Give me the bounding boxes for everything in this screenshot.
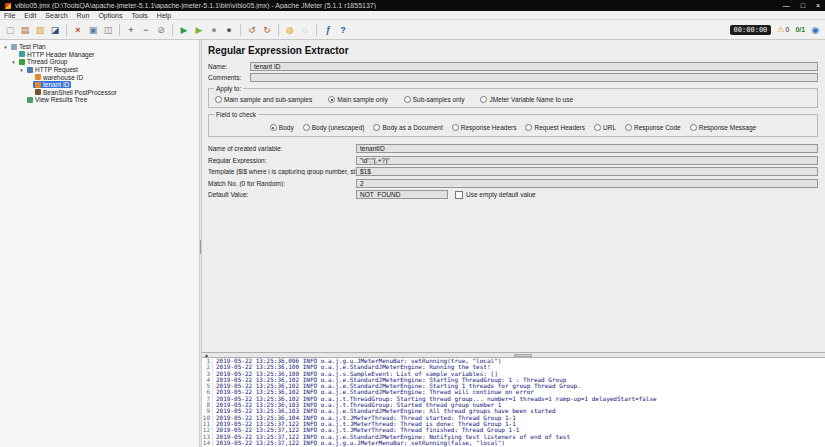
tree-item-test-plan[interactable]: Test Plan bbox=[0, 43, 199, 51]
tree-editor-split-divider[interactable] bbox=[199, 40, 202, 447]
test-plan-tree[interactable]: Test Plan HTTP Header Manager Thread Gro… bbox=[0, 40, 199, 447]
start-no-pauses-button[interactable]: ▶ bbox=[192, 23, 206, 37]
open-file-button[interactable]: ▨ bbox=[33, 23, 47, 37]
log-line: 142019-05-22 13:25:37,122 INFO o.a.j.g.u… bbox=[202, 440, 825, 446]
radio-dot-icon bbox=[373, 124, 380, 131]
tree-item-beanshell-postprocessor[interactable]: BeanShell PostProcessor bbox=[0, 89, 199, 97]
toolbar-separator bbox=[172, 24, 173, 36]
window-titlebar[interactable]: viblo05.jmx (D:\ToolsQA\apache-jmeter-5.… bbox=[0, 0, 825, 11]
http-header-manager-icon bbox=[19, 51, 25, 57]
default-value-input[interactable]: NOT_FOUND bbox=[356, 190, 448, 199]
match-no-label: Match No. (0 for Random): bbox=[208, 180, 356, 187]
log-errors-indicator[interactable]: ⚠ 0 bbox=[777, 25, 789, 34]
search-reset-button[interactable]: ◌ bbox=[298, 23, 312, 37]
radio-dot-icon bbox=[525, 124, 532, 131]
created-variable-input[interactable]: tenantID bbox=[356, 144, 818, 153]
collapse-all-button[interactable]: − bbox=[139, 23, 153, 37]
tree-item-label: HTTP Request bbox=[35, 66, 78, 73]
menu-tools[interactable]: Tools bbox=[132, 12, 148, 19]
menu-edit[interactable]: Edit bbox=[24, 12, 36, 19]
radio-jmeter-variable-name[interactable]: JMeter Variable Name to use bbox=[480, 96, 573, 103]
radio-dot-icon bbox=[303, 124, 310, 131]
toolbar-separator bbox=[240, 24, 241, 36]
use-empty-default-label: Use empty default value bbox=[466, 191, 536, 198]
minimize-button[interactable]: — bbox=[783, 2, 790, 9]
regex-extractor-icon bbox=[35, 82, 41, 88]
save-button[interactable]: ◪ bbox=[48, 23, 62, 37]
use-empty-default-checkbox[interactable] bbox=[455, 191, 463, 199]
radio-sub-samples-only[interactable]: Sub-samples only bbox=[404, 96, 465, 103]
apply-to-group: Apply to: Main sample and sub-samples Ma… bbox=[208, 88, 818, 108]
start-button[interactable]: ▶ bbox=[177, 23, 191, 37]
toolbar-status-cluster: 00:00:00 ⚠ 0 0/1 ◉ bbox=[730, 25, 822, 35]
toolbar-separator bbox=[119, 24, 120, 36]
tree-item-tenant-id[interactable]: tenant ID bbox=[0, 81, 199, 89]
remote-globe-icon: ◉ bbox=[811, 25, 819, 35]
content-area: Test Plan HTTP Header Manager Thread Gro… bbox=[0, 40, 825, 447]
menu-options[interactable]: Options bbox=[98, 12, 122, 19]
radio-response-message[interactable]: Response Message bbox=[690, 124, 756, 131]
tree-item-thread-group[interactable]: Thread Group bbox=[0, 58, 199, 66]
menu-search[interactable]: Search bbox=[45, 12, 67, 19]
log-viewer[interactable]: 12019-05-22 13:25:36,096 INFO o.a.j.g.u.… bbox=[202, 358, 825, 447]
expand-handle-icon[interactable] bbox=[10, 59, 17, 65]
default-value-label: Default Value: bbox=[208, 191, 356, 198]
tree-item-label: HTTP Header Manager bbox=[27, 51, 94, 58]
function-helper-button[interactable]: ƒ bbox=[321, 23, 335, 37]
radio-dot-icon bbox=[480, 96, 487, 103]
regular-expression-label: Regular Expression: bbox=[208, 157, 356, 164]
regular-expression-input[interactable]: "id":"(.+?)" bbox=[356, 156, 818, 165]
toggle-button[interactable]: ⊘ bbox=[154, 23, 168, 37]
warning-icon: ⚠ bbox=[777, 25, 784, 34]
help-button[interactable]: ? bbox=[336, 23, 350, 37]
menu-bar: File Edit Search Run Options Tools Help bbox=[0, 11, 825, 20]
match-no-input[interactable]: 2 bbox=[356, 179, 818, 188]
radio-response-headers[interactable]: Response Headers bbox=[452, 124, 517, 131]
search-button[interactable]: ◍ bbox=[283, 23, 297, 37]
comments-label: Comments: bbox=[208, 74, 250, 81]
radio-request-headers[interactable]: Request Headers bbox=[525, 124, 585, 131]
regex-params: Name of created variable: tenantID Regul… bbox=[208, 144, 818, 199]
radio-response-code[interactable]: Response Code bbox=[625, 124, 681, 131]
warning-count: 0 bbox=[786, 26, 790, 33]
field-to-check-group-title: Field to check bbox=[214, 111, 258, 118]
comments-input[interactable] bbox=[250, 73, 818, 82]
radio-body-as-document[interactable]: Body as a Document bbox=[373, 124, 442, 131]
shutdown-button[interactable]: ● bbox=[222, 23, 236, 37]
menu-run[interactable]: Run bbox=[77, 12, 90, 19]
close-button[interactable]: × bbox=[816, 2, 820, 9]
test-plan-icon bbox=[11, 44, 17, 50]
editor-title: Regular Expression Extractor bbox=[208, 45, 818, 56]
tree-item-warehouse-id[interactable]: warehouse ID bbox=[0, 73, 199, 81]
clear-button[interactable]: ↺ bbox=[245, 23, 259, 37]
tree-item-http-request[interactable]: HTTP Request bbox=[0, 66, 199, 74]
name-input[interactable]: tenant ID bbox=[250, 62, 818, 71]
new-file-button[interactable]: ▢ bbox=[3, 23, 17, 37]
maximize-button[interactable]: □ bbox=[801, 2, 805, 9]
menu-file[interactable]: File bbox=[4, 12, 15, 19]
paste-button[interactable]: ◫ bbox=[101, 23, 115, 37]
cut-button[interactable]: × bbox=[71, 23, 85, 37]
expand-handle-icon[interactable] bbox=[2, 44, 9, 50]
expand-handle-icon[interactable] bbox=[18, 67, 25, 73]
stop-button[interactable]: ● bbox=[207, 23, 221, 37]
clear-all-button[interactable]: ↻ bbox=[260, 23, 274, 37]
template-label: Template ($i$ where i is capturing group… bbox=[208, 168, 356, 175]
tree-item-http-header-manager[interactable]: HTTP Header Manager bbox=[0, 51, 199, 59]
menu-help[interactable]: Help bbox=[157, 12, 171, 19]
radio-main-sample-and-sub-samples[interactable]: Main sample and sub-samples bbox=[215, 96, 312, 103]
open-templates-button[interactable]: ▤ bbox=[18, 23, 32, 37]
template-input[interactable]: $1$ bbox=[356, 167, 818, 176]
log-collapse-button[interactable] bbox=[204, 352, 209, 358]
copy-button[interactable]: ▣ bbox=[86, 23, 100, 37]
radio-dot-icon bbox=[328, 96, 335, 103]
radio-main-sample-only[interactable]: Main sample only bbox=[328, 96, 388, 103]
radio-dot-icon bbox=[270, 124, 277, 131]
radio-body-unescaped[interactable]: Body (unescaped) bbox=[303, 124, 365, 131]
radio-body[interactable]: Body bbox=[270, 124, 294, 131]
log-split-divider[interactable] bbox=[202, 352, 825, 358]
tree-item-view-results-tree[interactable]: View Results Tree bbox=[0, 96, 199, 104]
expand-all-button[interactable]: + bbox=[124, 23, 138, 37]
radio-url[interactable]: URL bbox=[594, 124, 616, 131]
split-drag-handle[interactable] bbox=[514, 354, 532, 357]
